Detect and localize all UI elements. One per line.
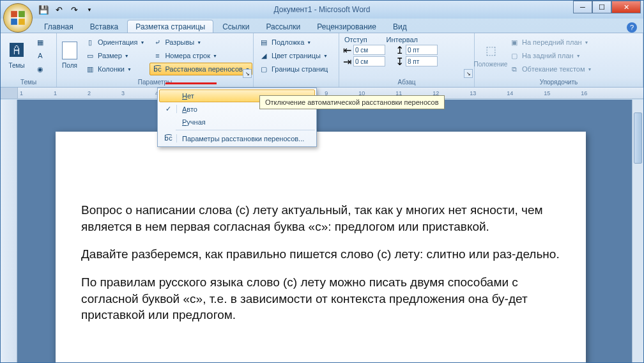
theme-effects-button[interactable]: ◉	[33, 63, 48, 75]
hyphenation-options-icon: b͡c	[163, 134, 177, 143]
indent-header: Отступ	[344, 36, 367, 43]
quick-access-toolbar: 💾 ↶ ↷ ▼	[38, 4, 95, 15]
spacing-after-input[interactable]: 8 пт	[406, 56, 438, 66]
position-button[interactable]: ⬚ Положение	[477, 36, 504, 74]
page[interactable]: Вопрос о написании слова (с) лету актуал…	[56, 132, 586, 362]
group-themes-label: Темы	[1, 77, 56, 87]
annotation-redline	[165, 82, 217, 84]
save-icon: 💾	[38, 4, 49, 15]
orientation-icon: ▯	[85, 37, 95, 47]
indent-left-input[interactable]: 0 см	[353, 45, 385, 55]
themes-button[interactable]: 🅰 Темы	[3, 36, 30, 74]
qat-customize[interactable]: ▼	[84, 4, 95, 15]
redo-icon: ↷	[69, 4, 79, 15]
paragraph-2[interactable]: Давайте разберемся, как правильно пишетс…	[81, 246, 563, 263]
columns-icon: ▥	[85, 64, 95, 74]
undo-icon: ↶	[54, 4, 64, 15]
group-paragraph-label: Абзац	[339, 77, 474, 87]
close-button[interactable]: ✕	[611, 1, 641, 13]
undo-button[interactable]: ↶	[53, 4, 65, 15]
tab-review[interactable]: Рецензирование	[309, 20, 384, 33]
breaks-icon: ⤶	[152, 37, 162, 47]
columns-button[interactable]: ▥Колонки ▼	[82, 63, 147, 75]
back-icon: ▢	[509, 50, 519, 61]
dropdown-item-manual[interactable]: Ручная	[159, 116, 315, 128]
office-logo-icon	[10, 10, 26, 26]
paragraph-launcher[interactable]: ↘	[464, 69, 473, 78]
redo-button[interactable]: ↷	[68, 4, 80, 15]
dropdown-item-options[interactable]: b͡c Параметры расстановки переносов...	[159, 132, 315, 145]
minimize-icon: ─	[580, 3, 585, 11]
page-borders-button[interactable]: ▢Границы страниц	[256, 63, 330, 75]
watermark-icon: ▤	[259, 37, 269, 47]
office-button[interactable]	[3, 3, 33, 33]
theme-colors-button[interactable]: ▦	[33, 36, 48, 49]
window-controls: ─ ☐ ✕	[573, 1, 641, 13]
tab-page-layout[interactable]: Разметка страницы	[127, 20, 213, 33]
group-page-bg-label	[254, 77, 339, 87]
page-color-button[interactable]: ◢Цвет страницы ▼	[256, 49, 330, 62]
group-paragraph: Отступ Интервал ⇤ 0 см ↥ 0 пт ⇥ 0 см ↧ 8…	[339, 33, 475, 87]
minimize-button[interactable]: ─	[573, 1, 592, 13]
help-icon: ?	[630, 24, 634, 31]
hyphenation-button[interactable]: b͡cРасстановка переносов ▼	[150, 63, 252, 75]
chevron-down-icon: ▼	[87, 7, 92, 13]
maximize-button[interactable]: ☐	[592, 1, 611, 13]
page-color-icon: ◢	[259, 50, 269, 61]
bring-front-button[interactable]: ▣На передний план ▼	[507, 36, 594, 49]
size-button[interactable]: ▭Размер ▼	[82, 49, 147, 62]
margins-icon	[62, 42, 77, 59]
app-window: 💾 ↶ ↷ ▼ Документ1 - Microsoft Word ─ ☐ ✕…	[0, 0, 644, 363]
tab-insert[interactable]: Вставка	[82, 20, 126, 33]
indent-right-input[interactable]: 0 см	[353, 56, 385, 66]
help-button[interactable]: ?	[627, 22, 637, 33]
themes-icon: 🅰	[8, 42, 26, 59]
watermark-button[interactable]: ▤Подложка ▼	[256, 36, 330, 49]
check-icon: ✓	[163, 105, 177, 113]
svg-rect-3	[19, 19, 25, 25]
tab-mailings[interactable]: Рассылки	[258, 20, 308, 33]
vertical-scrollbar[interactable]	[632, 100, 643, 362]
scrollbar-thumb[interactable]	[634, 112, 642, 164]
send-back-button[interactable]: ▢На задний план ▼	[507, 49, 594, 62]
group-page-background: ▤Подложка ▼ ◢Цвет страницы ▼ ▢Границы ст…	[254, 33, 339, 87]
document-area: Вопрос о написании слова (с) лету актуал…	[17, 100, 632, 362]
colors-icon: ▦	[35, 37, 45, 47]
line-numbers-icon: ≡	[152, 50, 162, 61]
breaks-button[interactable]: ⤶Разрывы ▼	[150, 36, 252, 49]
maximize-icon: ☐	[599, 3, 605, 12]
group-page-setup: Поля ▯Ориентация ▼ ▭Размер ▼ ▥Колонки ▼ …	[57, 33, 254, 87]
indent-left-icon: ⇤	[342, 45, 352, 55]
margins-label: Поля	[62, 62, 77, 69]
svg-rect-1	[19, 11, 25, 17]
tab-view[interactable]: Вид	[385, 20, 415, 33]
page-setup-launcher[interactable]: ↘	[243, 69, 252, 78]
spacing-header: Интервал	[387, 36, 418, 43]
margins-button[interactable]: Поля	[59, 36, 80, 74]
spacing-before-icon: ↥	[394, 45, 404, 55]
paragraph-1[interactable]: Вопрос о написании слова (с) лету актуал…	[81, 202, 563, 235]
tab-home[interactable]: Главная	[36, 20, 81, 33]
group-page-setup-label: Параметры	[57, 77, 253, 87]
titlebar: 💾 ↶ ↷ ▼ Документ1 - Microsoft Word ─ ☐ ✕	[1, 1, 643, 19]
spacing-after-icon: ↧	[394, 56, 404, 66]
orientation-button[interactable]: ▯Ориентация ▼	[82, 36, 147, 49]
paragraph-3[interactable]: По правилам русского языка слово (с) лет…	[81, 274, 563, 323]
chevron-down-icon: ▼	[140, 40, 144, 45]
group-themes: 🅰 Темы ▦ A ◉ Темы	[1, 33, 57, 87]
vertical-ruler[interactable]	[1, 100, 17, 362]
close-icon: ✕	[624, 3, 629, 12]
spacing-before-input[interactable]: 0 пт	[406, 45, 438, 55]
line-numbers-button[interactable]: ≡Номера строк ▼	[150, 49, 252, 62]
save-button[interactable]: 💾	[38, 4, 49, 15]
dropdown-separator	[176, 130, 315, 130]
group-arrange-label: Упорядочить	[475, 77, 643, 87]
ribbon-tabs: Главная Вставка Разметка страницы Ссылки…	[1, 19, 643, 33]
effects-icon: ◉	[35, 64, 45, 74]
text-wrap-button[interactable]: ⧉Обтекание текстом ▼	[507, 63, 594, 75]
tab-references[interactable]: Ссылки	[215, 20, 257, 33]
svg-rect-0	[11, 11, 17, 17]
borders-icon: ▢	[259, 64, 269, 74]
svg-rect-2	[11, 19, 17, 25]
theme-fonts-button[interactable]: A	[33, 49, 48, 62]
